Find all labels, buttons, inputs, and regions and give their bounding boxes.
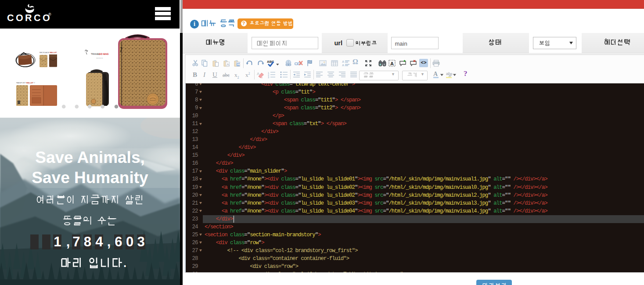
svg-text:NECKLACE WALLET: NECKLACE WALLET <box>40 51 57 54</box>
svg-text:GO BAG: GO BAG <box>99 53 109 55</box>
svg-text:A: A <box>433 71 438 77</box>
svg-text:3: 3 <box>268 76 269 78</box>
svg-text:S E R I E S: S E R I E S <box>96 58 103 59</box>
svg-text:PASSPORT WALLET 7: PASSPORT WALLET 7 <box>16 82 35 84</box>
svg-text:.: . <box>123 256 126 270</box>
svg-text:A: A <box>227 62 229 67</box>
svg-text:A: A <box>257 72 259 76</box>
svg-text:W: W <box>237 63 240 66</box>
svg-text:A: A <box>342 63 344 67</box>
svg-text:A: A <box>390 61 394 66</box>
